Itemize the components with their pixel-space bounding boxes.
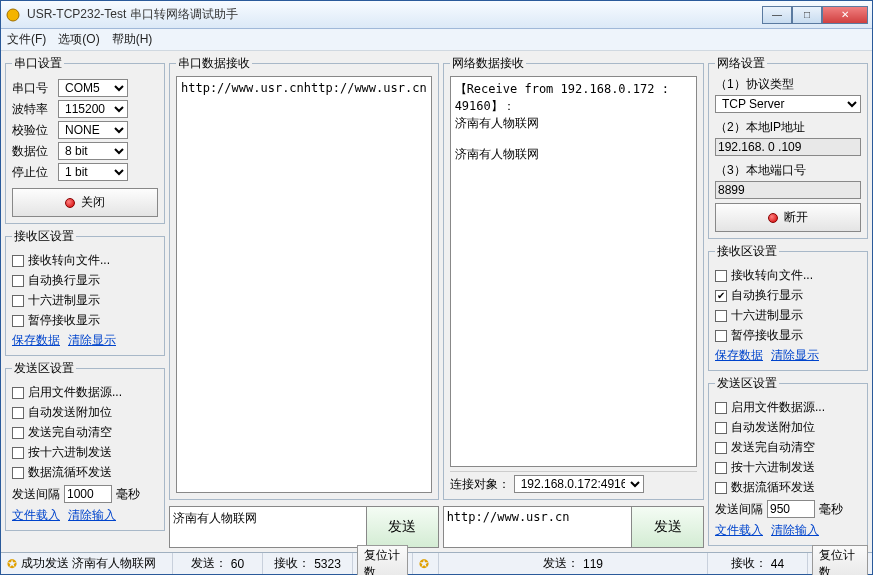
file-load-link-r[interactable]: 文件载入 <box>715 523 763 537</box>
net-send-input[interactable]: http://www.usr.cn <box>443 506 632 548</box>
chk-hexsend-r[interactable] <box>715 462 727 474</box>
record-icon <box>65 198 75 208</box>
serial-recv-group: 串口数据接收 http://www.usr.cnhttp://www.usr.c… <box>169 55 439 500</box>
chk-pause-l[interactable] <box>12 315 24 327</box>
maximize-button[interactable]: □ <box>792 6 822 24</box>
star-icon: ✪ <box>419 557 429 571</box>
stop-label: 停止位 <box>12 164 54 181</box>
chk-loop-l[interactable] <box>12 467 24 479</box>
stop-select[interactable]: 1 bit <box>58 163 128 181</box>
net-recv-group: 网络数据接收 【Receive from 192.168.0.172 : 491… <box>443 55 704 500</box>
clear-input-link-l[interactable]: 清除输入 <box>68 508 116 522</box>
net-recv-text[interactable]: 【Receive from 192.168.0.172 : 49160】： 济南… <box>450 76 697 467</box>
menubar: 文件(F) 选项(O) 帮助(H) <box>1 29 872 51</box>
star-icon: ✪ <box>7 557 17 571</box>
save-data-link-l[interactable]: 保存数据 <box>12 333 60 347</box>
window-title: USR-TCP232-Test 串口转网络调试助手 <box>27 6 762 23</box>
serial-send-input[interactable]: 济南有人物联网 <box>169 506 367 548</box>
interval-input-l[interactable] <box>64 485 112 503</box>
clear-disp-link-l[interactable]: 清除显示 <box>68 333 116 347</box>
parity-select[interactable]: NONE <box>58 121 128 139</box>
port-select[interactable]: COM5 <box>58 79 128 97</box>
close-button[interactable]: ✕ <box>822 6 868 24</box>
net-settings-group: 网络设置 （1）协议类型 TCP Server （2）本地IP地址 （3）本地端… <box>708 55 868 239</box>
net-send-button[interactable]: 发送 <box>632 506 704 548</box>
chk-pause-r[interactable] <box>715 330 727 342</box>
baud-select[interactable]: 115200 <box>58 100 128 118</box>
chk-clearafter-l[interactable] <box>12 427 24 439</box>
chk-hex-l[interactable] <box>12 295 24 307</box>
file-load-link-l[interactable]: 文件载入 <box>12 508 60 522</box>
reset-count-left[interactable]: 复位计数 <box>357 545 408 576</box>
serial-recv-text[interactable]: http://www.usr.cnhttp://www.usr.cn <box>176 76 432 493</box>
app-icon <box>5 7 21 23</box>
menu-file[interactable]: 文件(F) <box>7 31 46 48</box>
chk-clearafter-r[interactable] <box>715 442 727 454</box>
clear-disp-link-r[interactable]: 清除显示 <box>771 348 819 362</box>
recv-options-left: 接收区设置 接收转向文件... 自动换行显示 十六进制显示 暂停接收显示 保存数… <box>5 228 165 356</box>
chk-autowrap-r[interactable]: ✔ <box>715 290 727 302</box>
chk-filesrc-r[interactable] <box>715 402 727 414</box>
reset-count-right[interactable]: 复位计数 <box>812 545 868 576</box>
chk-loop-r[interactable] <box>715 482 727 494</box>
record-icon <box>768 213 778 223</box>
chk-autowrap-l[interactable] <box>12 275 24 287</box>
serial-settings-legend: 串口设置 <box>12 55 64 72</box>
proto-select[interactable]: TCP Server <box>715 95 861 113</box>
close-serial-button[interactable]: 关闭 <box>12 188 158 217</box>
chk-filesrc-l[interactable] <box>12 387 24 399</box>
clear-input-link-r[interactable]: 清除输入 <box>771 523 819 537</box>
disconnect-button[interactable]: 断开 <box>715 203 861 232</box>
minimize-button[interactable]: — <box>762 6 792 24</box>
local-ip-input[interactable] <box>715 138 861 156</box>
titlebar: USR-TCP232-Test 串口转网络调试助手 — □ ✕ <box>1 1 872 29</box>
chk-append-l[interactable] <box>12 407 24 419</box>
conn-label: 连接对象： <box>450 476 510 493</box>
data-select[interactable]: 8 bit <box>58 142 128 160</box>
chk-recv-file-r[interactable] <box>715 270 727 282</box>
serial-send-button[interactable]: 发送 <box>367 506 439 548</box>
serial-settings-group: 串口设置 串口号COM5 波特率115200 校验位NONE 数据位8 bit … <box>5 55 165 224</box>
send-options-right: 发送区设置 启用文件数据源... 自动发送附加位 发送完自动清空 按十六进制发送… <box>708 375 868 546</box>
chk-hex-r[interactable] <box>715 310 727 322</box>
baud-label: 波特率 <box>12 101 54 118</box>
statusbar: ✪成功发送 济南有人物联网 发送：60 接收：5323 复位计数 ✪ 发送：11… <box>1 552 872 574</box>
save-data-link-r[interactable]: 保存数据 <box>715 348 763 362</box>
interval-input-r[interactable] <box>767 500 815 518</box>
data-label: 数据位 <box>12 143 54 160</box>
send-options-left: 发送区设置 启用文件数据源... 自动发送附加位 发送完自动清空 按十六进制发送… <box>5 360 165 531</box>
port-label: 串口号 <box>12 80 54 97</box>
chk-recv-file-l[interactable] <box>12 255 24 267</box>
svg-point-0 <box>7 9 19 21</box>
menu-help[interactable]: 帮助(H) <box>112 31 153 48</box>
menu-options[interactable]: 选项(O) <box>58 31 99 48</box>
chk-hexsend-l[interactable] <box>12 447 24 459</box>
local-port-input[interactable] <box>715 181 861 199</box>
chk-append-r[interactable] <box>715 422 727 434</box>
parity-label: 校验位 <box>12 122 54 139</box>
conn-select[interactable]: 192.168.0.172:4916 <box>514 475 644 493</box>
recv-options-right: 接收区设置 接收转向文件... ✔自动换行显示 十六进制显示 暂停接收显示 保存… <box>708 243 868 371</box>
